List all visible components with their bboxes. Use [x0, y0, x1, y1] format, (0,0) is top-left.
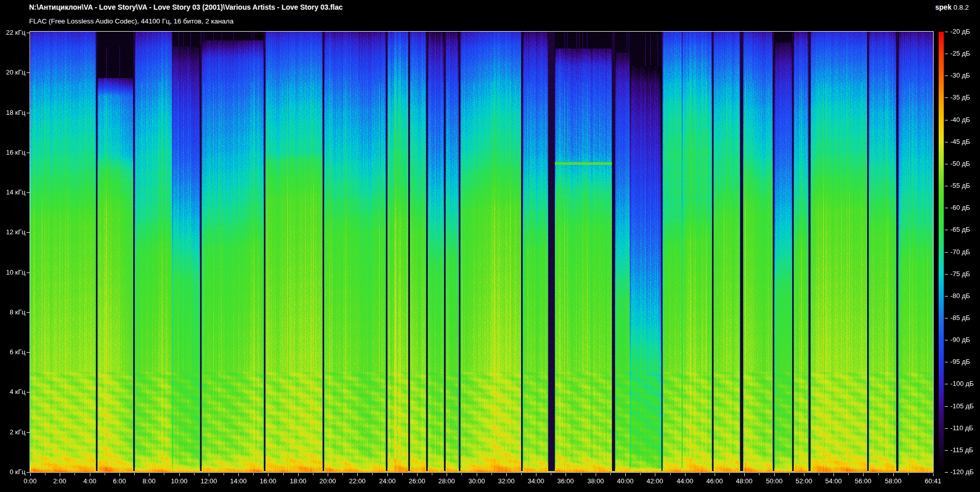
- db-tick-label: -55 дБ: [950, 182, 970, 190]
- time-minor-tick: [313, 473, 313, 475]
- freq-tick-label: 18 кГц: [0, 109, 26, 117]
- time-tick: [893, 473, 894, 476]
- db-tick-label: -85 дБ: [950, 314, 970, 322]
- time-tick: [268, 473, 268, 476]
- db-tick: [945, 472, 948, 473]
- db-tick-label: -25 дБ: [950, 50, 970, 58]
- freq-tick-label: 14 кГц: [0, 188, 26, 196]
- time-tick: [238, 473, 239, 476]
- time-tick-label: 18:00: [280, 477, 316, 485]
- db-tick-label: -40 дБ: [950, 116, 970, 124]
- time-minor-tick: [610, 473, 611, 475]
- time-tick: [387, 473, 388, 476]
- db-tick: [945, 450, 948, 451]
- db-tick: [945, 252, 948, 253]
- time-tick: [715, 473, 715, 476]
- db-tick: [945, 120, 948, 120]
- spectrogram-plot: [30, 31, 934, 473]
- spek-window: N:\Антициклон\VA - Love Story\VA - Love …: [0, 0, 980, 492]
- db-tick-label: -35 дБ: [950, 93, 970, 102]
- db-tick: [945, 32, 948, 32]
- time-minor-tick: [402, 473, 403, 475]
- freq-tick-label: 8 кГц: [0, 308, 26, 316]
- time-minor-tick: [224, 473, 224, 475]
- db-tick-label: -110 дБ: [950, 424, 973, 432]
- time-tick-label: 0:00: [12, 477, 48, 485]
- db-tick-label: -30 дБ: [950, 71, 970, 80]
- time-tick: [90, 473, 90, 476]
- time-tick: [506, 473, 507, 476]
- db-tick: [945, 54, 948, 54]
- db-tick: [945, 208, 948, 208]
- spectrogram-canvas: [30, 32, 933, 472]
- time-minor-tick: [789, 473, 790, 475]
- time-tick-label: 22:00: [339, 477, 375, 485]
- time-tick-label: 26:00: [399, 477, 435, 485]
- app-name: spek: [935, 3, 951, 11]
- time-tick-label: 60:41: [915, 477, 951, 485]
- freq-tick-label: 12 кГц: [0, 228, 26, 236]
- time-tick: [209, 473, 209, 476]
- db-tick-label: -50 дБ: [950, 160, 970, 168]
- time-minor-tick: [581, 473, 581, 475]
- time-tick-label: 54:00: [816, 477, 851, 485]
- db-tick: [945, 362, 948, 362]
- app-version-badge: spek 0.8.2: [935, 3, 969, 11]
- db-tick: [945, 230, 948, 230]
- time-tick-label: 6:00: [102, 477, 137, 485]
- freq-tick-label: 2 кГц: [0, 428, 26, 436]
- db-tick: [945, 428, 948, 429]
- db-tick-label: -95 дБ: [950, 358, 970, 366]
- time-tick: [863, 473, 864, 476]
- db-tick-label: -75 дБ: [950, 270, 970, 278]
- db-tick-label: -105 дБ: [950, 402, 974, 410]
- db-tick: [945, 406, 948, 407]
- time-tick: [149, 473, 150, 476]
- file-path-title: N:\Антициклон\VA - Love Story\VA - Love …: [29, 3, 342, 11]
- db-tick: [945, 142, 948, 142]
- time-minor-tick: [45, 473, 45, 475]
- time-tick-label: 42:00: [637, 477, 673, 485]
- time-tick-label: 38:00: [578, 477, 614, 485]
- db-tick-label: -100 дБ: [950, 380, 974, 388]
- time-minor-tick: [432, 473, 432, 475]
- time-tick: [933, 473, 934, 476]
- time-minor-tick: [492, 473, 492, 475]
- time-minor-tick: [878, 473, 879, 475]
- time-tick: [60, 473, 60, 476]
- time-minor-tick: [372, 473, 373, 475]
- db-tick: [945, 97, 948, 98]
- time-tick: [357, 473, 358, 476]
- time-tick-label: 24:00: [370, 477, 405, 485]
- time-minor-tick: [342, 473, 343, 475]
- time-tick: [566, 473, 566, 476]
- time-tick-label: 20:00: [310, 477, 346, 485]
- time-tick-label: 12:00: [191, 477, 227, 485]
- time-tick-label: 40:00: [607, 477, 643, 485]
- freq-tick-label: 6 кГц: [0, 348, 26, 356]
- time-minor-tick: [164, 473, 164, 475]
- time-tick: [447, 473, 447, 476]
- time-minor-tick: [521, 473, 522, 475]
- freq-tick-label: 20 кГц: [0, 68, 26, 77]
- db-tick-label: -70 дБ: [950, 248, 970, 256]
- time-tick-label: 8:00: [131, 477, 167, 485]
- time-minor-tick: [848, 473, 849, 475]
- time-tick-label: 36:00: [548, 477, 583, 485]
- time-minor-tick: [253, 473, 254, 475]
- time-tick-label: 14:00: [220, 477, 256, 485]
- time-tick: [834, 473, 834, 476]
- time-tick: [804, 473, 804, 476]
- db-tick-label: -20 дБ: [950, 28, 970, 36]
- db-tick-label: -65 дБ: [950, 226, 970, 234]
- time-tick: [774, 473, 775, 476]
- time-tick: [417, 473, 418, 476]
- app-version-number: 0.8.2: [953, 4, 969, 11]
- time-minor-tick: [759, 473, 760, 475]
- time-tick-label: 34:00: [518, 477, 554, 485]
- time-tick-label: 58:00: [875, 477, 911, 485]
- db-tick: [945, 296, 948, 297]
- time-tick-label: 2:00: [42, 477, 78, 485]
- time-tick-label: 46:00: [697, 477, 732, 485]
- time-tick: [744, 473, 745, 476]
